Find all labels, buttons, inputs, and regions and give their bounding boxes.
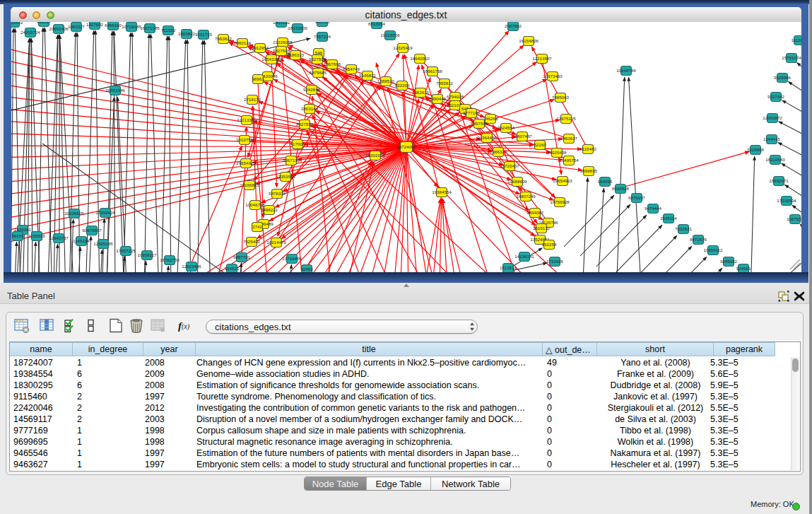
svg-text:16210643: 16210643 (765, 157, 785, 162)
svg-text:8454749: 8454749 (343, 66, 360, 71)
svg-text:832203: 832203 (395, 83, 410, 88)
svg-text:9463627: 9463627 (560, 136, 578, 141)
svg-text:1167533: 1167533 (787, 216, 801, 221)
svg-text:10807487: 10807487 (512, 134, 532, 139)
svg-text:(x): (x) (182, 322, 190, 331)
svg-text:1435061: 1435061 (14, 227, 32, 232)
svg-text:8912954: 8912954 (252, 45, 269, 50)
svg-text:10654112: 10654112 (703, 247, 723, 252)
svg-text:7663822: 7663822 (215, 36, 233, 41)
svg-text:8427552: 8427552 (296, 122, 314, 127)
svg-text:6794028: 6794028 (447, 94, 464, 99)
svg-text:12213987: 12213987 (532, 56, 552, 61)
svg-text:10648784: 10648784 (616, 68, 636, 73)
svg-text:10688609: 10688609 (507, 179, 527, 184)
svg-text:1063327: 1063327 (68, 24, 86, 29)
svg-text:2803144: 2803144 (301, 106, 319, 111)
svg-text:7625402: 7625402 (243, 239, 261, 244)
svg-text:9834067: 9834067 (526, 210, 544, 215)
svg-text:12942737: 12942737 (49, 235, 69, 240)
svg-text:12093872: 12093872 (763, 115, 782, 120)
svg-text:9131715: 9131715 (195, 32, 213, 37)
svg-text:16033809: 16033809 (288, 25, 307, 30)
svg-text:1803102: 1803102 (273, 22, 290, 25)
svg-text:12213389: 12213389 (237, 117, 257, 122)
svg-text:7485063: 7485063 (552, 95, 570, 100)
svg-text:6466160: 6466160 (105, 23, 122, 28)
svg-text:7632621: 7632621 (675, 226, 693, 231)
svg-text:2718170: 2718170 (244, 97, 261, 102)
svg-text:9857791: 9857791 (233, 255, 251, 259)
svg-text:90975887: 90975887 (82, 228, 102, 233)
svg-text:9474444: 9474444 (645, 206, 662, 211)
svg-text:417008: 417008 (290, 141, 305, 146)
svg-text:9146821: 9146821 (359, 73, 377, 78)
svg-text:8813054: 8813054 (368, 22, 386, 26)
svg-text:39159: 39159 (11, 233, 24, 238)
svg-text:10025438: 10025438 (547, 150, 567, 155)
svg-text:903310: 903310 (315, 22, 330, 24)
svg-text:1156819: 1156819 (28, 233, 45, 238)
svg-text:13716485: 13716485 (282, 256, 302, 261)
svg-text:2087682: 2087682 (505, 23, 522, 28)
svg-text:12923446: 12923446 (182, 264, 201, 269)
svg-text:252254: 252254 (542, 242, 557, 247)
svg-text:16154808: 16154808 (519, 38, 539, 43)
svg-text:10973493: 10973493 (543, 74, 563, 78)
svg-text:17957225: 17957225 (116, 248, 136, 253)
svg-text:1615132: 1615132 (533, 226, 551, 230)
svg-text:18807249: 18807249 (516, 194, 536, 199)
svg-text:1010755: 1010755 (236, 137, 254, 142)
svg-text:1903319: 1903319 (11, 22, 23, 25)
svg-text:9115460: 9115460 (579, 146, 596, 151)
svg-text:14136141: 14136141 (514, 254, 534, 259)
svg-text:12353594: 12353594 (276, 174, 295, 179)
svg-text:19756928: 19756928 (550, 199, 570, 204)
svg-text:1327602: 1327602 (86, 22, 104, 27)
svg-text:7986322: 7986322 (490, 149, 507, 154)
svg-text:3267130: 3267130 (283, 158, 300, 163)
svg-text:15751074: 15751074 (782, 55, 801, 60)
svg-text:9227342: 9227342 (767, 94, 785, 99)
svg-text:8960124: 8960124 (234, 40, 252, 45)
svg-text:12325419: 12325419 (393, 45, 413, 50)
svg-text:9327508: 9327508 (309, 57, 326, 62)
svg-text:3624554: 3624554 (498, 125, 515, 130)
svg-text:19654925: 19654925 (236, 160, 256, 165)
svg-text:2867608: 2867608 (324, 62, 341, 66)
svg-text:6497568: 6497568 (471, 121, 488, 126)
svg-text:3215958: 3215958 (747, 147, 765, 152)
svg-text:16961758: 16961758 (423, 69, 442, 74)
svg-text:18724007: 18724007 (396, 144, 416, 149)
svg-text:62160: 62160 (534, 142, 546, 147)
svg-text:16671385: 16671385 (140, 25, 160, 30)
svg-text:5875685: 5875685 (310, 70, 327, 75)
svg-text:24055724: 24055724 (20, 30, 40, 35)
svg-text:546: 546 (315, 50, 323, 55)
svg-text:990317: 990317 (37, 22, 52, 24)
svg-text:1112803: 1112803 (791, 37, 801, 42)
svg-text:1145194: 1145194 (73, 238, 90, 243)
svg-text:20691406: 20691406 (49, 26, 69, 31)
svg-text:5878334: 5878334 (269, 191, 286, 196)
svg-text:8938928: 8938928 (612, 186, 630, 191)
svg-text:104521: 104521 (225, 266, 240, 271)
svg-text:9242848: 9242848 (303, 87, 321, 92)
svg-text:924501: 924501 (736, 266, 751, 271)
svg-text:17359924: 17359924 (95, 210, 115, 215)
svg-text:9699695: 9699695 (580, 168, 598, 173)
svg-text:7955812: 7955812 (436, 81, 454, 86)
svg-text:15302075: 15302075 (365, 153, 385, 158)
svg-text:751552: 751552 (161, 28, 176, 33)
svg-text:9777169: 9777169 (463, 110, 481, 115)
svg-text:1362615: 1362615 (412, 90, 430, 95)
svg-text:6879197: 6879197 (628, 195, 646, 200)
svg-text:19654923: 19654923 (553, 178, 572, 183)
svg-text:16914479: 16914479 (266, 240, 286, 245)
svg-text:1244415: 1244415 (763, 136, 781, 141)
svg-text:19218506: 19218506 (380, 33, 400, 37)
svg-text:1513614: 1513614 (500, 265, 517, 270)
svg-text:16543382: 16543382 (261, 57, 281, 62)
svg-text:16782759: 16782759 (160, 257, 180, 262)
svg-text:10958117: 10958117 (137, 252, 157, 257)
